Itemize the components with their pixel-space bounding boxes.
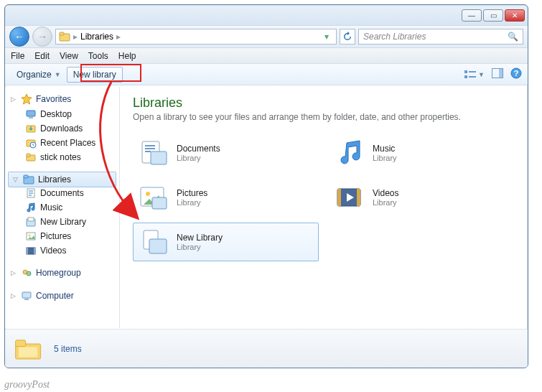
sidebar-group-homegroup[interactable]: ▷ Homegroup (6, 265, 118, 281)
minimize-button[interactable]: — (462, 9, 482, 22)
menu-bar: File Edit View Tools Help (5, 48, 528, 64)
explorer-window: — ▭ ✕ ← → ▸ Libraries ▸ ▾ Search Librari… (4, 4, 528, 368)
content-pane: Libraries Open a library to see your fil… (120, 87, 528, 328)
svg-point-34 (146, 192, 150, 196)
folder-icon (25, 151, 37, 163)
library-item[interactable]: PicturesLibrary (133, 178, 319, 217)
navigation-bar: ← → ▸ Libraries ▸ ▾ Search Libraries 🔍 (5, 25, 528, 48)
svg-rect-25 (27, 248, 28, 254)
vid-icon (25, 245, 37, 256)
svg-rect-2 (464, 70, 467, 73)
attribution-watermark: groovyPost (4, 379, 50, 391)
doc-icon (138, 139, 169, 167)
library-item[interactable]: New LibraryLibrary (133, 223, 319, 261)
svg-rect-7 (499, 69, 503, 78)
sidebar-item[interactable]: New Library (6, 215, 118, 229)
details-pane: 5 items (5, 329, 528, 368)
svg-rect-21 (28, 218, 34, 221)
sidebar-item[interactable]: Desktop (6, 107, 118, 121)
computer-icon (21, 290, 32, 302)
desktop-icon (25, 108, 37, 120)
menu-edit[interactable]: Edit (34, 51, 50, 61)
download-icon (25, 123, 37, 134)
sidebar-item[interactable]: Documents (6, 186, 118, 200)
command-bar: Organize ▼ New library ▼ ? (5, 64, 528, 85)
doc-icon (25, 187, 37, 199)
svg-rect-43 (19, 347, 37, 357)
expand-icon: ▷ (11, 269, 17, 276)
menu-tools[interactable]: Tools (88, 51, 108, 61)
forward-button[interactable]: → (32, 27, 52, 47)
music-icon (334, 139, 365, 167)
expand-icon: ▷ (11, 292, 17, 299)
menu-view[interactable]: View (60, 51, 78, 61)
pic-icon (25, 230, 37, 242)
sidebar-item[interactable]: stick notes (6, 150, 118, 164)
svg-rect-42 (16, 340, 26, 346)
sidebar-item[interactable]: Videos (6, 243, 118, 258)
svg-rect-32 (151, 151, 167, 164)
address-bar[interactable]: ▸ Libraries ▸ ▾ (55, 29, 337, 45)
navigation-pane[interactable]: ▷ Favorites DesktopDownloadsRecent Place… (5, 87, 120, 328)
page-subtitle: Open a library to see your files and arr… (133, 112, 515, 122)
star-icon (21, 93, 32, 105)
views-icon (464, 70, 476, 80)
close-button[interactable]: ✕ (505, 9, 525, 22)
svg-rect-26 (34, 248, 35, 254)
sidebar-group-computer[interactable]: ▷ Computer (6, 288, 118, 304)
sidebar-item[interactable]: Recent Places (6, 136, 118, 150)
expand-icon: ▷ (11, 95, 17, 103)
music-icon (25, 202, 37, 213)
library-item[interactable]: DocumentsLibrary (133, 134, 319, 172)
collapse-icon: ▽ (13, 176, 19, 183)
sidebar-group-favorites[interactable]: ▷ Favorites (6, 91, 118, 107)
refresh-button[interactable] (340, 29, 355, 45)
menu-file[interactable]: File (11, 51, 24, 61)
library-item[interactable]: VideosLibrary (329, 178, 515, 217)
back-button[interactable]: ← (9, 27, 29, 47)
svg-rect-38 (357, 189, 360, 206)
sidebar-group-libraries[interactable]: ▽ Libraries (8, 172, 116, 187)
view-options-button[interactable]: ▼ (464, 70, 485, 80)
breadcrumb-segment[interactable]: Libraries (80, 32, 113, 42)
search-input[interactable]: Search Libraries 🔍 (358, 29, 523, 45)
sidebar-item[interactable]: Pictures (6, 229, 118, 243)
breadcrumb-separator-icon: ▸ (116, 32, 121, 42)
organize-button[interactable]: Organize ▼ (11, 67, 67, 82)
preview-pane-button[interactable] (492, 68, 503, 80)
new-library-button[interactable]: New library (67, 67, 123, 83)
svg-rect-1 (60, 32, 64, 35)
preview-pane-icon (492, 68, 503, 78)
libraries-icon (23, 174, 34, 185)
svg-rect-30 (24, 299, 29, 300)
library-item[interactable]: MusicLibrary (329, 134, 515, 172)
help-button[interactable]: ? (510, 67, 522, 81)
sidebar-item[interactable]: Downloads (6, 121, 118, 136)
svg-rect-11 (29, 117, 33, 118)
chevron-down-icon: ▼ (478, 71, 485, 78)
refresh-icon (342, 32, 352, 42)
newlib-icon (25, 216, 37, 228)
pic-icon (138, 183, 169, 212)
newlib-icon (138, 228, 169, 256)
svg-text:?: ? (514, 69, 519, 78)
svg-point-28 (27, 271, 31, 276)
svg-rect-16 (27, 154, 30, 157)
svg-rect-29 (22, 292, 31, 298)
svg-rect-18 (24, 175, 28, 178)
recent-icon (25, 137, 37, 149)
search-placeholder: Search Libraries (363, 32, 426, 42)
svg-point-23 (29, 235, 31, 237)
chevron-down-icon: ▼ (55, 71, 61, 78)
address-dropdown-icon[interactable]: ▾ (320, 32, 333, 42)
svg-rect-40 (149, 239, 167, 253)
maximize-button[interactable]: ▭ (483, 9, 503, 22)
search-icon: 🔍 (508, 32, 518, 42)
sidebar-item[interactable]: Music (6, 200, 118, 215)
libraries-icon (59, 31, 70, 42)
titlebar: — ▭ ✕ (5, 5, 528, 25)
item-count: 5 items (54, 344, 82, 354)
menu-help[interactable]: Help (118, 51, 136, 61)
svg-rect-3 (469, 71, 476, 73)
breadcrumb-separator-icon: ▸ (73, 32, 78, 42)
